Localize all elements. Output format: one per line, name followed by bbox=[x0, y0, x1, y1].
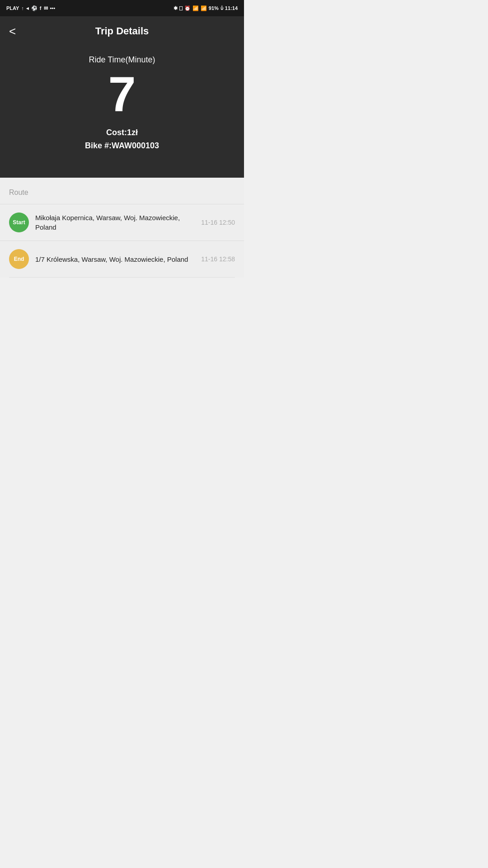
end-badge: End bbox=[9, 249, 29, 269]
status-wifi: 📶 bbox=[192, 5, 199, 11]
status-left: PLAY ↑ ◂ ⚽ f ✉ ••• bbox=[6, 5, 55, 11]
cost-label: Cost:1zł bbox=[106, 128, 138, 137]
status-time: 11:14 bbox=[225, 5, 238, 11]
status-battery-pct: 91% bbox=[209, 5, 219, 11]
status-mail: ✉ bbox=[44, 5, 48, 11]
top-bar: < Trip Details bbox=[0, 16, 244, 42]
start-badge-label: Start bbox=[13, 219, 25, 226]
route-item-start: Start Mikołaja Kopernica, Warsaw, Woj. M… bbox=[0, 204, 244, 241]
status-signal: 📶 bbox=[201, 5, 207, 11]
start-badge: Start bbox=[9, 212, 29, 232]
page-title: Trip Details bbox=[95, 25, 149, 37]
back-button[interactable]: < bbox=[9, 25, 16, 37]
end-time: 11-16 12:58 bbox=[201, 255, 235, 263]
status-play: PLAY bbox=[6, 5, 19, 11]
status-arrow: ↑ bbox=[21, 5, 24, 11]
status-nav: ◂ bbox=[26, 5, 29, 11]
status-more: ••• bbox=[50, 5, 56, 11]
end-address: 1/7 Królewska, Warsaw, Woj. Mazowieckie,… bbox=[35, 255, 197, 264]
start-address: Mikołaja Kopernica, Warsaw, Woj. Mazowie… bbox=[35, 213, 197, 232]
status-bluetooth: ✱ bbox=[174, 5, 178, 11]
status-battery-icon: ὐ‌ bbox=[221, 5, 223, 11]
header-section: < Trip Details Ride Time(Minute) 7 Cost:… bbox=[0, 16, 244, 178]
status-alarm: ⏰ bbox=[184, 5, 191, 11]
status-vibrate: ⎕ bbox=[179, 5, 183, 11]
status-bar: PLAY ↑ ◂ ⚽ f ✉ ••• ✱ ⎕ ⏰ 📶 📶 91% ὐ‌ 11:1… bbox=[0, 0, 244, 16]
ride-time-value: 7 bbox=[108, 69, 136, 119]
bottom-divider bbox=[9, 277, 235, 278]
route-heading: Route bbox=[0, 187, 244, 204]
end-badge-label: End bbox=[14, 256, 24, 262]
status-facebook: f bbox=[40, 5, 42, 11]
bike-label: Bike #:WAW000103 bbox=[85, 141, 159, 151]
route-item-end: End 1/7 Królewska, Warsaw, Woj. Mazowiec… bbox=[0, 241, 244, 277]
status-right: ✱ ⎕ ⏰ 📶 📶 91% ὐ‌ 11:14 bbox=[174, 5, 238, 11]
start-time: 11-16 12:50 bbox=[201, 219, 235, 226]
ride-info: Ride Time(Minute) 7 Cost:1zł Bike #:WAW0… bbox=[0, 42, 244, 155]
status-soccer: ⚽ bbox=[31, 5, 38, 11]
route-section: Route Start Mikołaja Kopernica, Warsaw, … bbox=[0, 178, 244, 278]
ride-time-label: Ride Time(Minute) bbox=[89, 55, 155, 65]
